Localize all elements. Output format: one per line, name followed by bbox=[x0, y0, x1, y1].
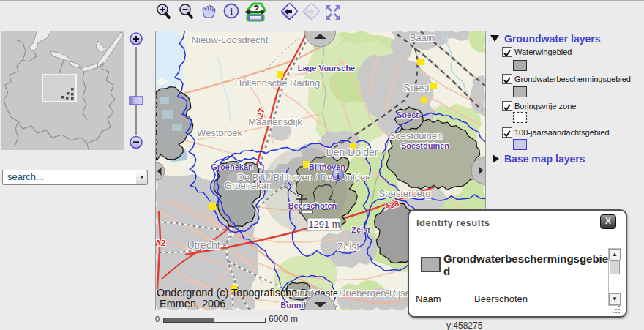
svg-text:Soestduinen: Soestduinen bbox=[389, 130, 442, 141]
svg-text:i: i bbox=[230, 6, 233, 17]
svg-text:Maartensdijk: Maartensdijk bbox=[248, 116, 302, 127]
svg-text:Hollandsche Rading: Hollandsche Rading bbox=[235, 78, 320, 89]
svg-text:Westbroek: Westbroek bbox=[197, 127, 242, 138]
svg-text:Baarn: Baarn bbox=[410, 32, 435, 43]
svg-text:Groenekan: Groenekan bbox=[225, 180, 272, 191]
svg-text:Beerschoten: Beerschoten bbox=[288, 201, 337, 210]
svg-text:i: i bbox=[337, 171, 339, 180]
svg-text:Soesterberg: Soesterberg bbox=[379, 188, 431, 199]
svg-text:Zeist: Zeist bbox=[351, 225, 370, 234]
svg-text:Ondergrond (c) Topografische D: Ondergrond (c) Topografische D bbox=[157, 287, 308, 299]
svg-text:Den Dolder: Den Dolder bbox=[326, 146, 378, 158]
svg-text:Emmen, 2006: Emmen, 2006 bbox=[160, 298, 225, 310]
svg-text:Bunnik: Bunnik bbox=[280, 301, 308, 310]
svg-text:Driebergen-Rijse: Driebergen-Rijse bbox=[339, 288, 411, 299]
svg-text:A2: A2 bbox=[155, 239, 165, 247]
svg-text:Soestduinen: Soestduinen bbox=[401, 141, 449, 150]
svg-text:Soest: Soest bbox=[397, 110, 419, 119]
svg-text:Utrecht: Utrecht bbox=[187, 239, 220, 251]
svg-text:1291 m: 1291 m bbox=[308, 219, 340, 230]
svg-text:Lage Vuursche: Lage Vuursche bbox=[298, 64, 355, 72]
svg-text:Zeist: Zeist bbox=[337, 241, 359, 252]
svg-text:Nieuw-Loosdrecht: Nieuw-Loosdrecht bbox=[192, 34, 269, 45]
svg-text:Groenekan: Groenekan bbox=[211, 162, 253, 171]
svg-text:Soest: Soest bbox=[403, 82, 430, 94]
